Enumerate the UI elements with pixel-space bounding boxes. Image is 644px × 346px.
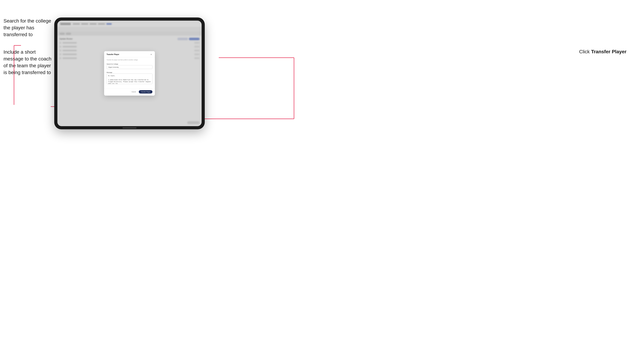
modal-subtitle: Transfer the player and their profile to… (106, 59, 152, 61)
tablet-home-indicator (122, 128, 136, 128)
annotation-click-text: Click (579, 49, 591, 54)
annotation-search-text: Search for the college the player has tr… (4, 17, 52, 38)
modal-footer: Cancel Transfer Player (104, 89, 155, 96)
search-college-input[interactable] (106, 65, 152, 69)
annotation-message-text: Include a short message to the coach of … (4, 49, 52, 76)
modal-overlay: Transfer Player ✕ Transfer the player an… (58, 21, 202, 126)
tablet-frame: Update Roster Transfer Player (54, 17, 205, 129)
annotation-left-panel: Search for the college the player has tr… (4, 17, 52, 86)
transfer-player-modal: Transfer Player ✕ Transfer the player an… (104, 51, 155, 96)
cancel-button[interactable]: Cancel (130, 90, 138, 93)
modal-close-button[interactable]: ✕ (150, 53, 152, 56)
search-college-label: Search for College (106, 63, 118, 65)
modal-title: Transfer Player (106, 53, 119, 55)
transfer-player-button[interactable]: Transfer Player (139, 90, 152, 93)
annotation-transfer-bold: Transfer Player (591, 49, 626, 54)
message-label: Message (106, 72, 112, 73)
tablet-screen: Update Roster Transfer Player (58, 21, 202, 126)
modal-header: Transfer Player ✕ (104, 51, 155, 57)
annotation-right-panel: Click Transfer Player (579, 49, 626, 54)
modal-body: Transfer the player and their profile to… (104, 57, 155, 89)
message-textarea[interactable]: Hi Coach, I understand Chris Robertson h… (106, 74, 152, 84)
